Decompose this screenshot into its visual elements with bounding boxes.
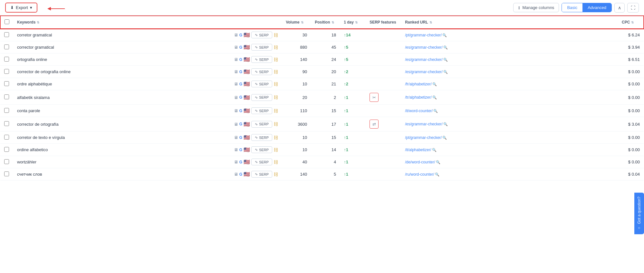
search-magnifier-icon[interactable]: 🔍 [443,122,448,126]
serp-button[interactable]: ∿ SERP [251,171,272,178]
volume-value: 10 [303,147,307,152]
ranked-url-link[interactable]: /pt/grammar-checker/ [405,135,442,140]
advanced-toggle[interactable]: Advanced [582,3,611,12]
serp-button[interactable]: ∿ SERP [251,134,272,141]
row-checkbox[interactable] [4,69,9,74]
serp-features-cell [366,41,401,54]
volume-value: 3600 [298,122,307,127]
collapse-button[interactable]: ∧ [614,3,625,13]
search-magnifier-icon[interactable]: 🔍 [432,82,437,86]
search-magnifier-icon[interactable]: 🔍 [442,33,447,37]
serp-button[interactable]: ∿ SERP [251,146,272,153]
google-icon: G [239,82,242,86]
serp-features-cell [366,105,401,117]
position-value: 2 [334,95,336,100]
device-icon: 🖥 [234,33,238,37]
serp-button[interactable]: ∿ SERP [251,68,272,75]
ranked-url-link[interactable]: /ru/word-counter/ [405,172,434,177]
cpc-value: $ 3.94 [628,45,640,50]
serp-button[interactable]: ∿ SERP [251,81,272,87]
device-icon: 🖥 [234,147,238,152]
row-checkbox[interactable] [4,44,9,49]
link-chain-icon: ⛓ [274,82,278,87]
select-all-header[interactable] [0,16,13,29]
one-day-cell: ↑2 [340,66,366,78]
table-row: corretor gramatical 🖥 G 🇺🇸 ∿ SERP ⛓ 3018… [0,29,644,41]
cpc-value: $ 6.51 [628,57,640,62]
row-checkbox[interactable] [4,159,9,164]
search-magnifier-icon[interactable]: 🔍 [443,45,448,49]
table-header: Keywords ⇅ Volume ⇅ Position ⇅ [0,16,644,29]
serp-features-cell [366,168,401,180]
ranked-url-link[interactable]: /es/grammar-checker/ [405,45,443,50]
row-checkbox[interactable] [4,147,9,152]
search-magnifier-icon[interactable]: 🔍 [443,58,448,62]
serp-button[interactable]: ∿ SERP [251,159,272,165]
keyword-cell: ordine alfabetico [13,144,230,156]
one-day-header[interactable]: 1 day ⇅ [340,16,366,29]
row-checkbox[interactable] [4,57,9,62]
row-checkbox[interactable] [4,171,9,176]
search-magnifier-icon[interactable]: 🔍 [443,70,448,74]
ranked-url-link[interactable]: /fr/alphabetizer/ [405,82,432,86]
ranked-url-link[interactable]: /es/grammar-checker/ [405,70,443,74]
one-day-value: ↑1 [344,108,348,113]
serp-button[interactable]: ∿ SERP [251,44,272,51]
ranked-url-link[interactable]: /es/grammar-checker/ [405,122,443,126]
search-magnifier-icon[interactable]: 🔍 [433,109,438,113]
device-icon: 🖥 [234,95,238,100]
keyword-cell: corrector de ortografía [13,117,230,132]
one-day-cell: ↑1 [340,144,366,156]
ranked-url-link[interactable]: /it/word-counter/ [405,109,433,113]
ranked-url-sort-icon: ⇅ [429,21,432,24]
serp-button[interactable]: ∿ SERP [251,107,272,114]
volume-cell: 3600 [282,117,311,132]
keywords-header[interactable]: Keywords ⇅ [13,16,230,29]
position-value: 45 [332,45,336,50]
one-day-value: ↑1 [344,95,348,100]
position-header[interactable]: Position ⇅ [311,16,340,29]
row-checkbox[interactable] [4,94,9,99]
trend-icon: ∿ [255,33,258,37]
volume-value: 140 [300,172,307,177]
serp-button[interactable]: ∿ SERP [251,94,272,101]
arrow-indicator [47,4,66,14]
ranked-url-header[interactable]: Ranked URL ⇅ [401,16,618,29]
search-magnifier-icon[interactable]: 🔍 [432,148,437,152]
ranked-url-link[interactable]: /pt/grammar-checker/ [405,33,442,37]
ranked-url-link[interactable]: /es/grammar-checker/ [405,57,443,62]
basic-toggle[interactable]: Basic [562,3,582,12]
row-checkbox[interactable] [4,81,9,86]
select-all-checkbox[interactable] [5,19,9,24]
serp-button[interactable]: ∿ SERP [251,121,272,128]
position-cell: 4 [311,156,340,168]
cpc-cell: $ 0.00 [618,105,644,117]
row-checkbox[interactable] [4,108,9,113]
search-magnifier-icon[interactable]: 🔍 [432,95,437,99]
ranked-url-link[interactable]: /de/word-counter/ [405,160,435,164]
volume-sort-icon: ⇅ [301,21,303,24]
volume-cell: 40 [282,156,311,168]
manage-columns-button[interactable]: ⫿ Manage columns [513,3,559,12]
ranked-url-link[interactable]: /tr/alphabetizer/ [405,95,432,100]
row-checkbox[interactable] [4,32,9,37]
expand-button[interactable]: ⛶ [627,3,639,13]
row-checkbox[interactable] [4,121,9,126]
row-checkbox[interactable] [4,135,9,140]
position-value: 4 [334,160,336,164]
ranked-url-link[interactable]: /it/alphabetizer/ [405,148,431,152]
keyword-cell: alfabetik siralama [13,90,230,105]
search-magnifier-icon[interactable]: 🔍 [442,136,447,140]
serp-features-cell [366,78,401,90]
cpc-header[interactable]: CPC ⇅ [618,16,644,29]
device-icon: 🖥 [234,69,238,74]
serp-button[interactable]: ∿ SERP [251,32,272,38]
export-button[interactable]: ⬇ Export ▾ [5,3,37,13]
search-magnifier-icon[interactable]: 🔍 [436,160,440,164]
keyword-text: conta parole [17,108,40,113]
serp-button[interactable]: ∿ SERP [251,56,272,63]
volume-header[interactable]: Volume ⇅ [282,16,311,29]
search-magnifier-icon[interactable]: 🔍 [435,172,439,176]
actions-cell: 🖥 G 🇺🇸 ∿ SERP ⛓ [230,41,282,54]
cpc-value: $ 0.00 [628,135,640,140]
